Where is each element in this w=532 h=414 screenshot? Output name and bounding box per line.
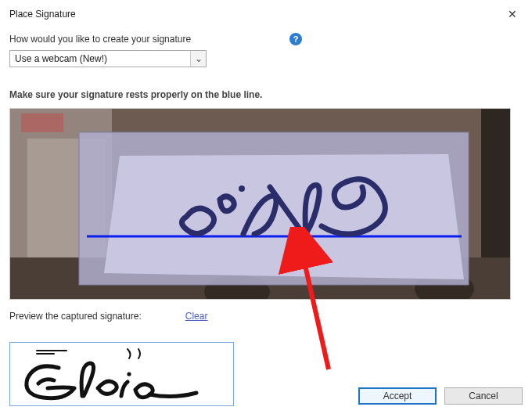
svg-point-12 (239, 185, 245, 192)
svg-rect-2 (21, 113, 63, 132)
dropdown-selected-value: Use a webcam (New!) (10, 53, 190, 64)
signature-preview-box (9, 342, 234, 406)
place-signature-dialog: Place Signature ✕ How would you like to … (0, 0, 532, 414)
titlebar: Place Signature ✕ (9, 6, 523, 22)
dialog-title: Place Signature (9, 9, 76, 20)
close-button[interactable]: ✕ (502, 6, 523, 22)
svg-marker-10 (104, 154, 464, 279)
method-prompt-label: How would you like to create your signat… (9, 34, 191, 45)
method-prompt-row: How would you like to create your signat… (9, 33, 523, 45)
cancel-button[interactable]: Cancel (444, 387, 523, 405)
svg-point-13 (127, 372, 131, 376)
signature-preview-image (10, 343, 234, 406)
webcam-capture-area (9, 108, 511, 300)
accept-button-label: Accept (383, 391, 412, 401)
chevron-down-icon: ⌄ (190, 51, 206, 67)
bottom-row: Accept Cancel (9, 342, 523, 406)
help-icon[interactable]: ? (289, 33, 302, 45)
cancel-button-label: Cancel (469, 391, 498, 401)
close-icon: ✕ (508, 8, 517, 20)
signature-method-dropdown[interactable]: Use a webcam (New!) ⌄ (9, 50, 207, 67)
instruction-text: Make sure your signature rests properly … (9, 89, 523, 100)
accept-button[interactable]: Accept (358, 387, 437, 405)
preview-header-row: Preview the captured signature: Clear (9, 311, 523, 322)
clear-link[interactable]: Clear (185, 311, 208, 322)
dialog-button-row: Accept Cancel (358, 387, 523, 405)
webcam-preview-image (10, 109, 511, 300)
preview-label: Preview the captured signature: (9, 311, 142, 322)
